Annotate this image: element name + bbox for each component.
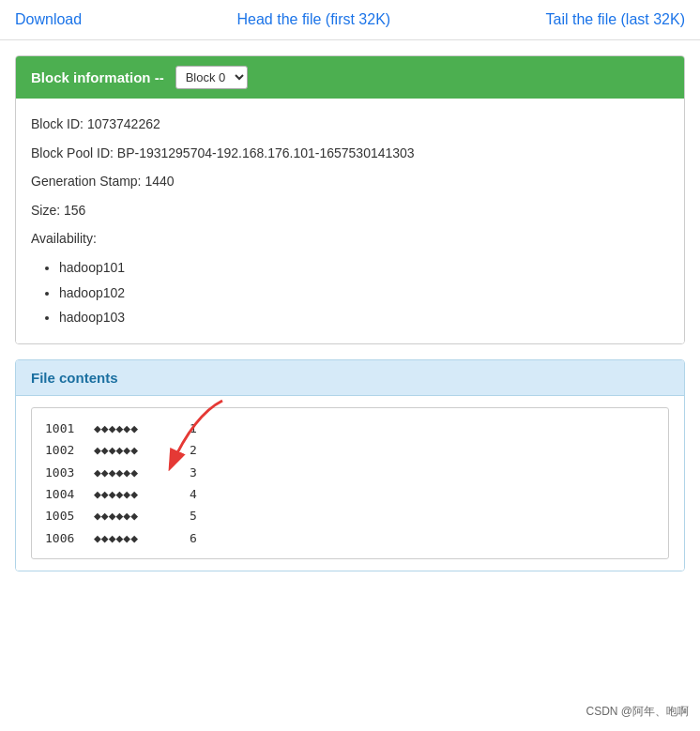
availability-label: Availability:	[31, 226, 669, 251]
list-item: hadoop101	[59, 255, 669, 281]
tail-file-link[interactable]: Tail the file (last 32K)	[546, 11, 686, 28]
watermark: CSDN @阿年、咆啊	[586, 704, 689, 720]
list-item: hadoop102	[59, 281, 669, 306]
table-row: 1004 ◆◆◆◆◆◆ 4	[45, 483, 655, 505]
block-id: Block ID: 1073742262	[31, 112, 669, 137]
file-contents-body: 1001 ◆◆◆◆◆◆ 1 1002 ◆◆◆◆◆◆ 2 1003 ◆◆◆◆◆◆ …	[16, 396, 684, 571]
file-table: 1001 ◆◆◆◆◆◆ 1 1002 ◆◆◆◆◆◆ 2 1003 ◆◆◆◆◆◆ …	[31, 407, 669, 559]
row-data: ◆◆◆◆◆◆	[94, 505, 178, 526]
availability-list: hadoop101 hadoop102 hadoop103	[31, 255, 669, 330]
size: Size: 156	[31, 198, 669, 223]
table-row: 1002 ◆◆◆◆◆◆ 2	[45, 439, 655, 461]
top-nav: Download Head the file (first 32K) Tail …	[0, 0, 700, 40]
download-link[interactable]: Download	[15, 11, 82, 28]
table-row: 1006 ◆◆◆◆◆◆ 6	[45, 527, 655, 549]
block-info-body: Block ID: 1073742262 Block Pool ID: BP-1…	[16, 99, 684, 343]
row-data: ◆◆◆◆◆◆	[94, 418, 178, 439]
file-contents-title: File contents	[31, 370, 118, 386]
table-row: 1001 ◆◆◆◆◆◆ 1	[45, 418, 655, 439]
row-idx: 4	[190, 483, 197, 505]
row-data: ◆◆◆◆◆◆	[94, 462, 178, 483]
row-num: 1001	[45, 418, 83, 439]
block-info-card: Block information -- Block 0 Block ID: 1…	[15, 55, 685, 344]
row-num: 1002	[45, 439, 83, 461]
row-idx: 5	[190, 505, 197, 526]
main-content: Block information -- Block 0 Block ID: 1…	[0, 40, 700, 586]
row-data: ◆◆◆◆◆◆	[94, 439, 178, 461]
table-row: 1003 ◆◆◆◆◆◆ 3	[45, 462, 655, 483]
table-row: 1005 ◆◆◆◆◆◆ 5	[45, 505, 655, 526]
file-contents-header: File contents	[16, 360, 684, 396]
row-idx: 3	[190, 462, 197, 483]
row-num: 1004	[45, 483, 83, 505]
row-idx: 6	[190, 527, 197, 549]
row-idx: 1	[190, 418, 197, 439]
row-data: ◆◆◆◆◆◆	[94, 527, 178, 549]
row-data: ◆◆◆◆◆◆	[94, 483, 178, 505]
row-idx: 2	[190, 439, 197, 461]
block-select[interactable]: Block 0	[175, 66, 248, 89]
row-num: 1003	[45, 462, 83, 483]
file-contents-card: File contents 1001 ◆◆◆◆◆◆ 1 1002 ◆◆◆◆◆◆ …	[15, 359, 685, 571]
row-num: 1005	[45, 505, 83, 526]
list-item: hadoop103	[59, 305, 669, 330]
block-info-header: Block information -- Block 0	[16, 56, 684, 99]
generation-stamp: Generation Stamp: 1440	[31, 169, 669, 194]
block-pool-id: Block Pool ID: BP-1931295704-192.168.176…	[31, 141, 669, 166]
head-file-link[interactable]: Head the file (first 32K)	[237, 11, 391, 28]
block-info-title: Block information --	[31, 69, 164, 85]
row-num: 1006	[45, 527, 83, 549]
